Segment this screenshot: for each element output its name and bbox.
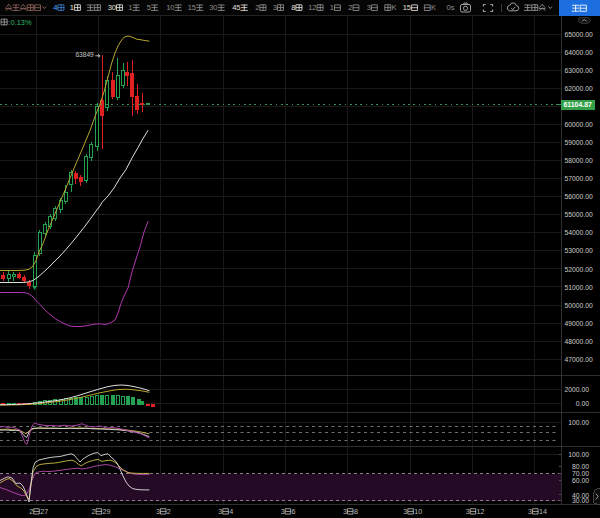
svg-text:10: 10 <box>166 3 174 12</box>
svg-text:48000.00: 48000.00 <box>565 338 594 345</box>
svg-text:2: 2 <box>167 507 171 516</box>
svg-text:63849: 63849 <box>75 51 94 58</box>
svg-text:100.00: 100.00 <box>568 451 589 458</box>
svg-text:59000.00: 59000.00 <box>565 139 594 146</box>
svg-text:8: 8 <box>354 507 358 516</box>
svg-text:3: 3 <box>403 507 407 516</box>
svg-text:5: 5 <box>147 3 151 12</box>
svg-text:12: 12 <box>308 3 316 12</box>
svg-text:2: 2 <box>29 507 33 516</box>
svg-text:45: 45 <box>232 3 240 12</box>
svg-text:53000.00: 53000.00 <box>565 247 594 254</box>
svg-text:3: 3 <box>343 507 347 516</box>
svg-text:3: 3 <box>281 507 285 516</box>
svg-text:62000.00: 62000.00 <box>565 85 594 92</box>
svg-text:60.00: 60.00 <box>572 477 589 484</box>
svg-text:56000.00: 56000.00 <box>565 193 594 200</box>
svg-text:3: 3 <box>156 507 160 516</box>
svg-text:12: 12 <box>477 507 485 516</box>
svg-text:30: 30 <box>209 3 217 12</box>
svg-text:3: 3 <box>466 507 470 516</box>
svg-text:55000.00: 55000.00 <box>565 211 594 218</box>
svg-text:3: 3 <box>528 507 532 516</box>
svg-text:K: K <box>431 3 436 12</box>
svg-text:2: 2 <box>92 507 96 516</box>
svg-text:0.13%: 0.13% <box>11 18 32 27</box>
svg-text:64000.00: 64000.00 <box>565 49 594 56</box>
svg-text:15: 15 <box>403 3 411 12</box>
svg-text:15: 15 <box>188 3 196 12</box>
svg-text:2: 2 <box>348 3 352 12</box>
svg-text:63000.00: 63000.00 <box>565 67 594 74</box>
svg-text:2000.00: 2000.00 <box>564 386 589 393</box>
svg-text:100.00: 100.00 <box>568 419 589 426</box>
svg-text:61104.87: 61104.87 <box>564 101 593 108</box>
svg-text:30.00: 30.00 <box>572 497 589 504</box>
svg-text:3: 3 <box>218 507 222 516</box>
svg-text:58000.00: 58000.00 <box>565 157 594 164</box>
svg-text:54000.00: 54000.00 <box>565 229 594 236</box>
svg-text:30: 30 <box>108 3 116 12</box>
svg-text:57000.00: 57000.00 <box>565 175 594 182</box>
svg-text:50000.00: 50000.00 <box>565 302 594 309</box>
svg-text:2: 2 <box>255 3 259 12</box>
svg-text:1: 1 <box>330 3 334 12</box>
svg-text:4: 4 <box>229 507 233 516</box>
svg-text:10: 10 <box>414 507 422 516</box>
svg-text:1: 1 <box>70 3 74 12</box>
svg-text:52000.00: 52000.00 <box>565 266 594 273</box>
svg-text:27: 27 <box>40 507 48 516</box>
svg-text:K: K <box>392 3 397 12</box>
svg-text:1: 1 <box>128 3 132 12</box>
svg-text:14: 14 <box>539 507 547 516</box>
svg-text:3: 3 <box>367 3 371 12</box>
svg-text:65000.00: 65000.00 <box>565 31 594 38</box>
svg-text:6: 6 <box>292 507 296 516</box>
svg-text:49000.00: 49000.00 <box>565 320 594 327</box>
svg-text:3: 3 <box>273 3 277 12</box>
svg-text:8: 8 <box>291 3 295 12</box>
svg-text:60000.00: 60000.00 <box>565 121 594 128</box>
svg-text:47000.00: 47000.00 <box>565 356 594 363</box>
svg-text:29: 29 <box>103 507 111 516</box>
svg-text:0.00: 0.00 <box>576 400 589 407</box>
svg-text:80.00: 80.00 <box>572 463 589 470</box>
svg-text:51000.00: 51000.00 <box>565 284 594 291</box>
svg-text:0s: 0s <box>446 3 454 12</box>
